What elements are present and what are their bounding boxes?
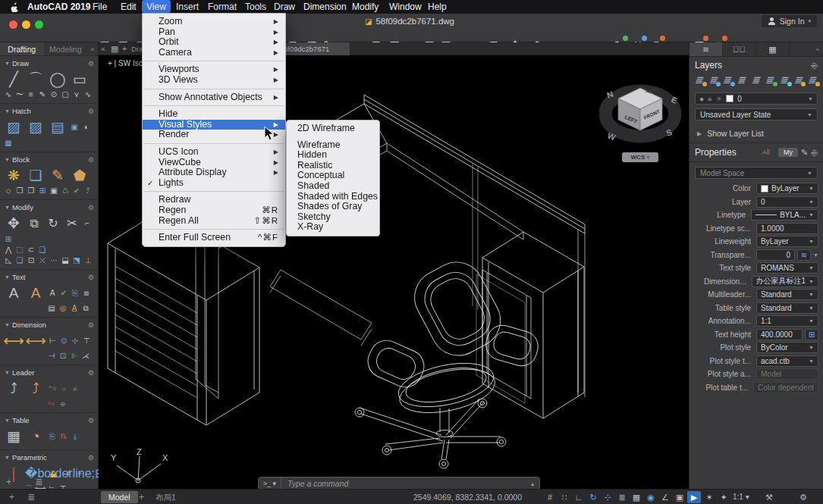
radius-dimension-tool[interactable]: ⊙ <box>58 336 69 346</box>
selection-cycling-toggle[interactable]: ▶ <box>687 491 701 503</box>
copy-tool[interactable]: ⧉ <box>25 215 43 232</box>
circle-tool[interactable]: ◯ <box>47 70 68 89</box>
submenu-item-conceptual[interactable]: Conceptual <box>287 171 379 181</box>
transparency-layers-button[interactable]: ≋ <box>797 249 811 261</box>
command-prompt-icon[interactable]: >_ ▾ <box>259 477 281 490</box>
coincident-constraint-tool[interactable]: ⌖ <box>74 468 85 479</box>
menu-file[interactable]: File <box>88 0 112 14</box>
ortho-toggle[interactable]: ∟ <box>572 490 586 504</box>
table-edit-tool[interactable]: ◔ <box>25 427 46 446</box>
menu-item-regen[interactable]: Regen⌘R <box>143 205 285 216</box>
collapse-palette-icon[interactable]: « <box>87 42 98 55</box>
add-leader-tool[interactable]: ⁺○ <box>47 383 58 394</box>
menu-item-regen-all[interactable]: Regen All⇧⌘R <box>143 216 285 227</box>
menu-help[interactable]: Help <box>423 0 451 14</box>
menu-item-show-annotative-objects[interactable]: Show Annotative Objects▶ <box>143 92 285 103</box>
rotate-tool[interactable]: ↻ <box>44 215 62 232</box>
block-export-tool[interactable]: ⤴ <box>83 186 93 196</box>
point-tool[interactable]: ⋎ <box>71 89 82 100</box>
tab-reference-icon[interactable]: 🗀︎⃞ <box>723 42 756 56</box>
layer-translate-icon[interactable] <box>722 75 735 86</box>
object-snap-toggle[interactable]: ◉ <box>644 490 658 504</box>
multiline-tool[interactable]: ≡ <box>26 89 36 100</box>
collapse-triangle-icon[interactable]: ▼ <box>5 370 10 375</box>
collapse-triangle-icon[interactable]: ▼ <box>5 455 10 460</box>
command-input[interactable]: Type a command <box>281 479 526 488</box>
tag-tool[interactable]: ⬦ <box>3 186 14 196</box>
menu-item-orbit[interactable]: Orbit▶ <box>143 37 285 48</box>
continue-dimension-tool[interactable]: ⊣ <box>46 351 57 362</box>
wipeout-tool[interactable]: ◖ <box>80 122 91 133</box>
plot-style-table-dropdown[interactable]: acad.ctb▼ <box>756 355 818 367</box>
gradient-tool[interactable]: ▤ <box>47 117 68 137</box>
grid-toggle[interactable]: # <box>543 490 557 504</box>
boundary-tool[interactable]: ▣ <box>69 122 80 133</box>
gear-icon[interactable]: ⚙ <box>88 156 94 164</box>
minimize-window-button[interactable] <box>22 20 30 29</box>
submenu-item-x-ray[interactable]: X-Ray <box>287 222 379 233</box>
menu-item-ucs-icon[interactable]: UCS Icon▶ <box>143 147 285 158</box>
dimension-edit-tool[interactable]: ⟷ <box>25 331 46 351</box>
layer-edit-icon[interactable] <box>708 75 721 86</box>
hatch-edit-tool[interactable]: ▨ <box>25 117 46 137</box>
remove-leader-tool[interactable]: ˣ○ <box>46 399 57 409</box>
angle-snap-toggle[interactable]: ∠ <box>658 490 672 504</box>
chamfer-tool[interactable]: ◺ <box>3 255 14 266</box>
multileader-tool[interactable]: ⤴ <box>3 379 24 399</box>
table-link-tool[interactable]: ℞ <box>58 431 69 442</box>
align-leader-tool[interactable]: ⌔ <box>58 383 69 394</box>
layer-on-icon[interactable]: ☀ <box>715 95 722 103</box>
palette-bottom-controls[interactable]: + ≣ <box>6 477 53 487</box>
wcs-dropdown[interactable]: WCS ▿ <box>622 152 658 162</box>
close-window-button[interactable] <box>9 20 17 29</box>
polygon-tool[interactable]: ▢ <box>60 89 71 100</box>
tab-drafting[interactable]: Drafting <box>0 42 44 55</box>
settings-gear-icon[interactable]: ⚙ <box>796 490 810 504</box>
aligned-dimension-tool[interactable]: ⊢ <box>47 336 58 346</box>
create-block-tool[interactable]: ❋ <box>3 166 24 186</box>
find-text-tool[interactable]: ◎ <box>58 303 68 314</box>
apple-menu-icon[interactable] <box>11 2 19 12</box>
filter-my-button[interactable]: My <box>778 148 798 157</box>
new-layout-icon[interactable]: + <box>139 490 144 504</box>
menu-insert[interactable]: Insert <box>171 0 203 14</box>
submenu-item-wireframe[interactable]: Wireframe <box>287 140 379 151</box>
stretch-tool[interactable]: ⬚ <box>14 245 25 255</box>
color-dropdown[interactable]: ByLayer▼ <box>756 183 818 194</box>
layer-freeze-icon[interactable] <box>779 75 792 86</box>
text-frame-tool[interactable]: ▤ <box>46 303 57 314</box>
menu-tools[interactable]: Tools <box>240 0 271 14</box>
menu-item-attribute-display[interactable]: Attribute Display▶ <box>143 167 285 178</box>
menu-item-redraw[interactable]: Redraw <box>143 195 285 205</box>
isometric-draft-toggle[interactable]: ⊹ <box>601 490 614 504</box>
table-style-dropdown[interactable]: Standard▼ <box>756 302 818 314</box>
menu-edit[interactable]: Edit <box>116 0 141 14</box>
layer-settings-icon[interactable] <box>765 75 777 86</box>
collapse-triangle-icon[interactable]: ▼ <box>5 322 10 327</box>
layer-dropdown[interactable]: 0▼ <box>756 196 818 208</box>
collapse-triangle-icon[interactable]: ▼ <box>5 61 10 66</box>
ellipse-tool[interactable]: ⊙ <box>49 89 59 100</box>
sync-attributes-tool[interactable]: ♺ <box>60 186 71 196</box>
text-import-tool[interactable]: A̲ <box>69 303 80 314</box>
edit-block-tool[interactable]: ✎ <box>47 166 68 186</box>
table-tool[interactable]: ▦ <box>3 427 24 446</box>
annotation-visibility-toggle[interactable]: ✶ <box>702 490 716 504</box>
chevron-down-icon[interactable]: ▼ <box>813 252 818 258</box>
plot-style-dropdown[interactable]: ByColor▼ <box>756 342 818 353</box>
submenu-item-shades-of-gray[interactable]: Shades of Gray <box>287 202 379 212</box>
baseline-dimension-tool[interactable]: ⊤ <box>81 336 92 346</box>
menu-draw[interactable]: Draw <box>269 0 300 14</box>
pdf-export-tool[interactable]: ⧉ <box>80 303 91 314</box>
leader-style-tool[interactable]: ⌯ <box>58 399 68 409</box>
autoscale-toggle[interactable]: ✦ <box>717 490 730 504</box>
collapse-triangle-icon[interactable]: ▼ <box>5 108 10 114</box>
fillet-tool[interactable]: ⌐ <box>82 218 93 229</box>
linear-dimension-tool[interactable]: ⟷ <box>3 331 24 351</box>
gear-icon[interactable]: ⚙ <box>88 417 94 424</box>
polar-tracking-toggle[interactable]: ↻ <box>586 490 600 504</box>
layer-state-dropdown[interactable]: Unsaved Layer State ▼ <box>695 108 818 121</box>
menu-format[interactable]: Format <box>203 0 241 14</box>
edit-properties-icon[interactable]: ✎ <box>801 148 808 158</box>
attribute-table-tool[interactable]: ⊞ <box>37 186 48 196</box>
